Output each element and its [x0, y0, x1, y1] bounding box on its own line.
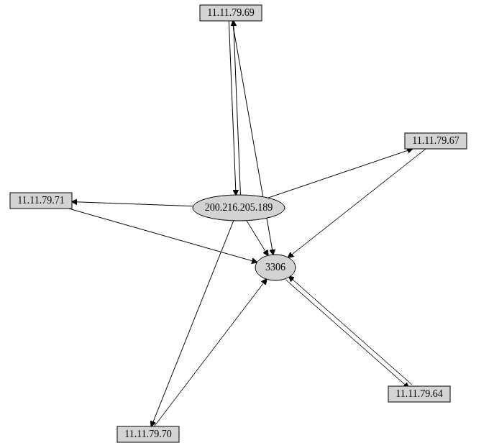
node-port: 3306: [255, 255, 296, 280]
node-label: 11.11.79.67: [412, 135, 459, 146]
node-n71: 11.11.79.71: [10, 193, 72, 209]
edge: [288, 149, 426, 257]
edge: [154, 279, 266, 426]
node-label: 11.11.79.64: [395, 388, 442, 399]
node-label: 200.216.205.189: [205, 202, 273, 213]
edge: [268, 149, 413, 198]
network-diagram: 200.216.205.189330611.11.79.6911.11.79.6…: [0, 0, 494, 448]
node-label: 11.11.79.69: [207, 7, 254, 18]
node-label: 11.11.79.70: [124, 429, 171, 439]
edge: [247, 221, 268, 256]
edge: [151, 221, 233, 426]
edge: [285, 280, 408, 388]
edge: [229, 21, 236, 195]
node-center_ip: 200.216.205.189: [193, 195, 285, 221]
node-n64: 11.11.79.64: [388, 386, 450, 402]
node-label: 3306: [265, 262, 285, 273]
edge: [289, 276, 412, 385]
edge: [72, 202, 193, 206]
node-label: 11.11.79.71: [17, 195, 64, 206]
node-n67: 11.11.79.67: [405, 133, 467, 149]
node-n69: 11.11.79.69: [200, 5, 262, 21]
node-n70: 11.11.79.70: [117, 426, 179, 442]
